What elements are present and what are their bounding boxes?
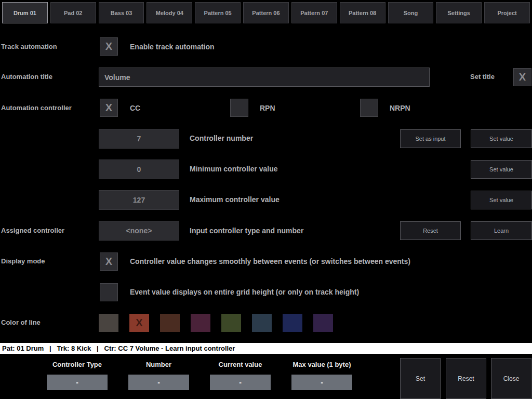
max-value-column: Max value (1 byte) - (291, 361, 352, 390)
reset-button[interactable]: Reset (446, 358, 486, 399)
display-mode-label: Display mode (1, 257, 45, 265)
minimum-set-value-button[interactable]: Set value (471, 160, 532, 179)
automation-title-input[interactable] (99, 68, 430, 87)
tab-pattern-08[interactable]: Pattern 08 (340, 2, 385, 23)
color-swatch-green[interactable] (221, 314, 241, 332)
controller-type-value: - (47, 375, 108, 390)
set-as-input-button[interactable]: Set as input (400, 129, 461, 148)
current-value-column: Current value - (210, 361, 271, 390)
color-swatch-navy[interactable] (283, 314, 302, 332)
color-swatch-maroon[interactable] (191, 314, 210, 332)
set-button[interactable]: Set (400, 358, 441, 399)
top-tab-bar: Drum 01 Pad 02 Bass 03 Melody 04 Pattern… (2, 2, 530, 23)
controller-number-set-value-button[interactable]: Set value (471, 129, 532, 148)
number-value: - (128, 375, 189, 390)
cc-checkbox[interactable]: X (100, 99, 118, 117)
color-of-line-label: Color of line (1, 318, 41, 326)
color-swatch-red[interactable]: X (129, 314, 149, 332)
color-swatch-gray[interactable] (99, 314, 118, 332)
track-automation-label: Track automation (1, 43, 57, 50)
set-title-label: Set title (470, 73, 495, 81)
tab-bass-03[interactable]: Bass 03 (99, 2, 144, 23)
automation-title-label: Automation title (1, 73, 52, 81)
color-swatch-purple[interactable] (313, 314, 333, 332)
max-value-value: - (291, 375, 352, 390)
controller-type-column: Controller Type - (47, 361, 108, 390)
close-button[interactable]: Close (491, 358, 531, 399)
enable-track-automation-checkbox[interactable]: X (100, 37, 118, 56)
cc-label: CC (130, 104, 140, 112)
controller-number-label: Controller number (190, 134, 253, 142)
automation-controller-label: Automation controller (1, 104, 72, 112)
rpn-checkbox[interactable] (230, 99, 248, 117)
tab-pattern-05[interactable]: Pattern 05 (195, 2, 241, 23)
tab-pattern-07[interactable]: Pattern 07 (291, 2, 337, 23)
assigned-controller-desc: Input controller type and number (190, 227, 303, 235)
tab-drum-01[interactable]: Drum 01 (2, 2, 48, 23)
max-value-header: Max value (1 byte) (291, 361, 352, 368)
nrpn-label: NRPN (390, 104, 410, 112)
controller-type-header: Controller Type (47, 361, 108, 368)
rpn-label: RPN (260, 104, 275, 112)
tab-settings[interactable]: Settings (436, 2, 482, 23)
display-mode-grid-label: Event value displays on entire grid heig… (130, 288, 359, 296)
assigned-controller-learn-button[interactable]: Learn (471, 221, 532, 240)
set-title-checkbox[interactable]: X (513, 68, 531, 86)
assigned-controller-label: Assigned controller (1, 227, 64, 234)
maximum-value[interactable]: 127 (99, 190, 179, 210)
color-swatch-teal[interactable] (252, 314, 272, 332)
assigned-controller-reset-button[interactable]: Reset (400, 221, 461, 240)
maximum-set-value-button[interactable]: Set value (471, 191, 532, 209)
current-value-value: - (210, 375, 271, 390)
maximum-value-label: Maximum controller value (190, 195, 280, 204)
minimum-value-label: Minimum controller value (190, 165, 278, 173)
tab-pad-02[interactable]: Pad 02 (50, 2, 96, 23)
tab-melody-04[interactable]: Melody 04 (147, 2, 192, 23)
number-header: Number (128, 361, 189, 368)
tab-song[interactable]: Song (388, 2, 434, 23)
color-swatch-brown[interactable] (160, 314, 180, 332)
display-mode-smooth-checkbox[interactable]: X (100, 252, 118, 271)
minimum-value[interactable]: 0 (99, 159, 179, 179)
automation-settings-screen: Drum 01 Pad 02 Bass 03 Melody 04 Pattern… (0, 0, 532, 399)
assigned-controller-value[interactable]: <none> (99, 221, 179, 241)
number-column: Number - (128, 361, 189, 390)
status-bar: Pat: 01 Drum | Trk: 8 Kick | Ctr: CC 7 V… (0, 343, 532, 354)
nrpn-checkbox[interactable] (360, 99, 378, 117)
tab-pattern-06[interactable]: Pattern 06 (243, 2, 289, 23)
current-value-header: Current value (210, 361, 271, 368)
display-mode-smooth-label: Controller value changes smoothly betwee… (130, 257, 410, 265)
tab-project[interactable]: Project (484, 2, 530, 23)
controller-number-value[interactable]: 7 (99, 129, 179, 149)
display-mode-grid-checkbox[interactable] (100, 283, 118, 301)
enable-track-automation-label: Enable track automation (130, 43, 215, 51)
